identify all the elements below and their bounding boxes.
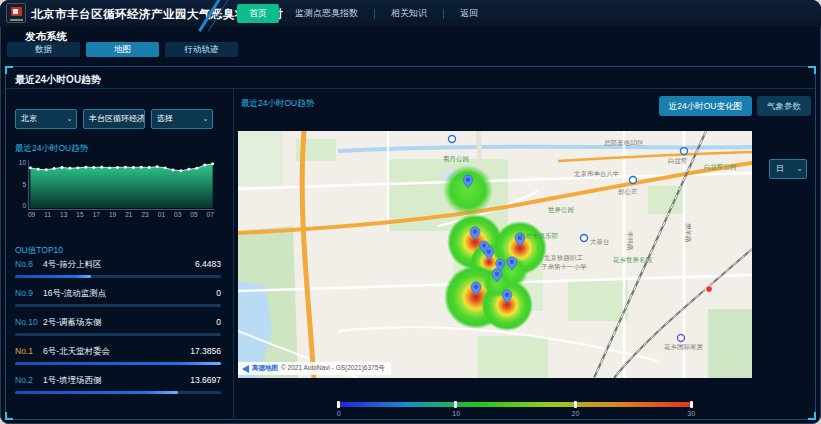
map-label: 子弟第十一小学 [541, 263, 587, 271]
app-logo-icon [6, 3, 26, 23]
map-buttons: 近24小时OU变化图 气象参数 [659, 96, 811, 116]
ranking-row[interactable]: No.8 4号-筛分上料区 6.4483 [15, 259, 221, 288]
scale-marker [690, 401, 693, 408]
time-granularity-value: 日 [776, 164, 784, 173]
scale-tick: 30 [687, 410, 695, 417]
scale-marker [337, 401, 340, 408]
ou-change-map-button[interactable]: 近24小时OU变化图 [659, 96, 752, 116]
city-select[interactable]: 北京 ⌄ [15, 109, 77, 129]
chevron-down-icon: ⌄ [66, 110, 73, 128]
map-label: 花乡世界名园 [612, 256, 652, 264]
main-nav: 首页 监测点恶臭指数 相关知识 返回 [237, 4, 490, 23]
trend-chart: 1050 091113151719212301030507 [15, 159, 221, 225]
value-bar-track [15, 362, 221, 365]
filter-row: 北京 ⌄ 丰台区循环经济产 ⌄ 选择 ⌄ [15, 109, 213, 129]
corner-accent [808, 66, 816, 74]
top-bar: 北京市丰台区循环经济产业园大气恶臭状况实时 首页 监测点恶臭指数 相关知识 返回 [0, 0, 821, 27]
nav-knowledge[interactable]: 相关知识 [379, 4, 439, 23]
metro-icon [630, 177, 637, 184]
station-select[interactable]: 选择 ⌄ [151, 109, 213, 129]
value-bar-track [15, 275, 221, 278]
divider [233, 89, 234, 420]
copyright-text: © 2021 AutoNavi - GS(2021)6375号 [281, 364, 385, 373]
nav-separator [374, 9, 375, 19]
map-label: 花乡国际家居 [663, 343, 704, 351]
nav-back[interactable]: 返回 [448, 4, 490, 23]
map-label: 北京市丰台八中 [574, 170, 620, 178]
trend-x-axis: 091113151719212301030507 [28, 211, 214, 218]
divider [6, 88, 815, 89]
scale-tick: 0 [337, 410, 341, 417]
scale-tick: 10 [452, 410, 460, 417]
map-panel-title: 最近24小时OU趋势 [241, 98, 314, 110]
weather-params-button[interactable]: 气象参数 [757, 96, 811, 116]
ou-value: 0 [216, 288, 221, 298]
rank-label: No.1 [15, 346, 43, 356]
station-name: 6号-北天堂村委会 [43, 346, 190, 358]
map-label: 大葆台 [590, 238, 610, 246]
corner-accent [5, 66, 13, 74]
value-bar-track [15, 333, 221, 336]
dashboard-root: 北京市丰台区循环经济产业园大气恶臭状况实时 首页 监测点恶臭指数 相关知识 返回… [0, 0, 821, 424]
trend-plot [28, 160, 214, 210]
city-select-value: 北京 [21, 114, 37, 123]
tab-data[interactable]: 数据 [7, 42, 80, 57]
map-label: 总部基地10区 [603, 139, 644, 147]
scale-tick: 20 [572, 410, 580, 417]
panel-title: 最近24小时OU趋势 [15, 73, 101, 87]
value-bar [15, 362, 221, 365]
chevron-down-icon: ⌄ [202, 110, 209, 128]
map-svg: 看丹公园 总部基地10区 北京市丰台八中 世界公园 大葆台 白盆窑 白盆窑公园 … [238, 131, 752, 378]
ou-value: 17.3856 [190, 346, 221, 356]
amap-logo-icon [242, 365, 249, 373]
map-canvas[interactable]: 看丹公园 总部基地10区 北京市丰台八中 世界公园 大葆台 白盆窑 白盆窑公园 … [238, 131, 752, 378]
nav-odor-index[interactable]: 监测点恶臭指数 [283, 4, 370, 23]
map-label: 世界公园 [548, 206, 574, 213]
corner-accent [808, 412, 816, 420]
map-label: 丰科路 [626, 231, 634, 251]
map-label: 北京铁路职工 [544, 254, 584, 262]
rank-label: No.8 [15, 259, 43, 269]
map-label: 樊羊路 [684, 223, 692, 243]
map-label: 看丹公园 [443, 155, 469, 163]
map-attribution: 高德地图 © 2021 AutoNavi - GS(2021)6375号 [238, 362, 391, 375]
tab-track[interactable]: 行动轨迹 [165, 42, 238, 57]
ranking-row[interactable]: No.1 6号-北天堂村委会 17.3856 [15, 346, 221, 375]
map-label: 高尔夫俱乐部 [519, 232, 558, 240]
trend-y-axis: 1050 [15, 159, 26, 209]
ranking-title: OU值TOP10 [15, 245, 63, 257]
ou-value: 6.4483 [195, 259, 221, 269]
metro-icon [581, 235, 588, 242]
chevron-down-icon: ⌄ [796, 160, 803, 178]
rank-label: No.10 [15, 317, 43, 327]
ranking-list: No.8 4号-筛分上料区 6.4483 No.9 16号-流动监测点 0 [15, 259, 221, 404]
metro-icon [681, 148, 688, 155]
rank-label: No.9 [15, 288, 43, 298]
ranking-row[interactable]: No.9 16号-流动监测点 0 [15, 288, 221, 317]
ranking-row[interactable]: No.2 1号-填埋场西侧 13.6697 [15, 375, 221, 404]
ou-value: 0 [216, 317, 221, 327]
value-bar-track [15, 391, 221, 394]
station-name: 1号-填埋场西侧 [43, 375, 190, 387]
ou-scale-labels: 0 10 20 30 [337, 410, 693, 420]
park-select[interactable]: 丰台区循环经济产 ⌄ [83, 109, 145, 129]
poi-icon [706, 286, 713, 293]
ou-value: 13.6697 [190, 375, 221, 385]
station-name: 4号-筛分上料区 [43, 259, 195, 271]
map-label: 郭公庄 [618, 188, 638, 196]
value-bar [15, 275, 91, 278]
time-granularity-select[interactable]: 日 ⌄ [769, 159, 807, 179]
nav-home[interactable]: 首页 [237, 4, 279, 23]
rank-label: No.2 [15, 375, 43, 385]
station-select-value: 选择 [157, 114, 173, 123]
main-panel: 最近24小时OU趋势 北京 ⌄ 丰台区循环经济产 ⌄ 选择 ⌄ 最近24小时OU… [5, 66, 816, 420]
trend-chart-label: 最近24小时OU趋势 [15, 143, 88, 155]
amap-brand: 高德地图 [252, 364, 278, 373]
metro-icon [678, 335, 685, 342]
scale-marker [574, 401, 577, 408]
ranking-row[interactable]: No.10 2号-调蓄场东侧 0 [15, 317, 221, 346]
chevron-down-icon: ⌄ [134, 110, 141, 128]
metro-icon [449, 136, 456, 143]
tab-map[interactable]: 地图 [86, 42, 159, 57]
scale-marker [454, 401, 457, 408]
